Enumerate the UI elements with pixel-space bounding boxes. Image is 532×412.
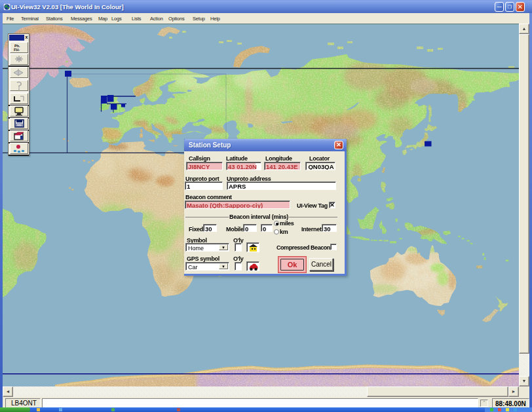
svg-text:Ph.: Ph. <box>14 44 20 48</box>
svg-text:FH-: FH- <box>14 48 20 52</box>
